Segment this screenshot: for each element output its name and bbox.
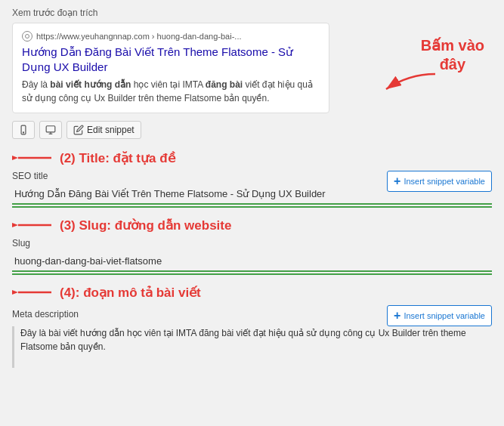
slug-annotation: (3) Slug: đường dẫn website [12,217,492,233]
preview-title[interactable]: Hướng Dẫn Đăng Bài Viết Trên Theme Flats… [22,45,320,74]
preview-url: https://www.yeuhangnnap.com › huong-dan-… [36,32,242,41]
desktop-icon [45,125,56,135]
bam-vao-day-arrow [379,68,439,98]
meta-description-container [12,326,492,368]
meta-annotation-text: (4): đoạn mô tả bài viết [60,285,201,301]
svg-point-2 [23,132,23,133]
meta-arrow [12,284,54,301]
preview-description: Đây là bài viết hướng dẫn học viên tại I… [22,78,320,105]
seo-title-annotation: (2) Title: đặt tựa đề [12,150,492,166]
insert-snippet-variable-button[interactable]: + Insert snippet variable [387,171,492,192]
globe-icon [22,31,32,42]
meta-description-section: (4): đoạn mô tả bài viết Meta descriptio… [12,284,492,368]
meta-description-textarea[interactable] [20,326,492,366]
slug-annotation-text: (3) Slug: đường dẫn website [60,218,231,233]
seo-title-arrow [12,150,54,166]
meta-plus-icon: + [394,309,400,323]
section-label: Xem trước đoạn trích [12,8,492,18]
desktop-view-button[interactable] [39,121,62,139]
edit-snippet-button[interactable]: Edit snippet [66,121,141,139]
pencil-icon [73,125,84,135]
seo-title-section: (2) Title: đặt tựa đề SEO title + Insert… [12,150,492,208]
meta-annotation: (4): đoạn mô tả bài viết [12,284,492,301]
seo-title-annotation-text: (2) Title: đặt tựa đề [60,150,175,166]
mobile-icon [18,125,29,135]
meta-insert-snippet-variable-button[interactable]: + Insert snippet variable [387,305,492,326]
plus-icon: + [394,174,400,188]
slug-label: Slug [12,238,492,248]
meta-description-label: Meta description [12,309,79,320]
svg-rect-3 [46,126,55,132]
slug-divider [12,273,492,275]
toolbar: Edit snippet [12,121,492,139]
seo-title-divider [12,206,492,208]
preview-card: https://www.yeuhangnnap.com › huong-dan-… [12,23,329,113]
slug-arrow [12,217,54,233]
slug-input[interactable] [12,252,492,272]
slug-section: (3) Slug: đường dẫn website Slug [12,217,492,275]
mobile-view-button[interactable] [12,121,35,139]
